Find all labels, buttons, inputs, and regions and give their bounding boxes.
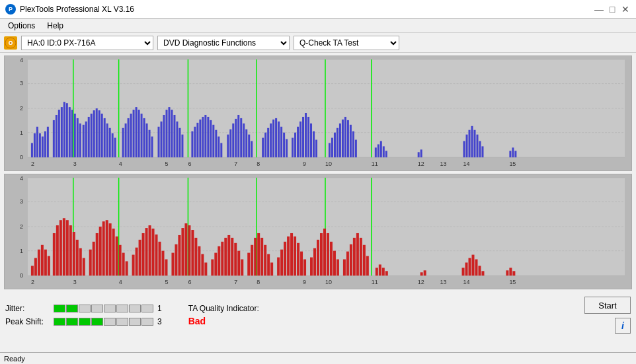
svg-rect-122 xyxy=(347,120,349,157)
svg-rect-71 xyxy=(191,131,193,158)
svg-text:3: 3 xyxy=(73,279,77,285)
start-button[interactable]: Start xyxy=(584,297,631,314)
svg-rect-124 xyxy=(352,131,354,158)
svg-text:14: 14 xyxy=(463,161,470,167)
svg-rect-46 xyxy=(114,138,116,158)
svg-rect-144 xyxy=(514,151,516,157)
svg-rect-247 xyxy=(290,233,293,275)
svg-rect-271 xyxy=(376,268,378,275)
svg-rect-174 xyxy=(41,245,44,275)
svg-rect-82 xyxy=(220,143,222,157)
title-bar-controls: — □ ✕ xyxy=(594,4,631,15)
svg-rect-51 xyxy=(130,114,132,157)
maximize-button[interactable]: □ xyxy=(607,4,617,15)
svg-rect-109 xyxy=(305,113,307,157)
svg-rect-259 xyxy=(330,242,333,275)
drive-selector[interactable]: HA:0 ID:0 PX-716A xyxy=(21,36,153,50)
svg-rect-173 xyxy=(38,250,40,276)
svg-text:7: 7 xyxy=(234,279,237,285)
svg-rect-21 xyxy=(47,127,49,157)
svg-rect-248 xyxy=(294,237,296,275)
svg-rect-195 xyxy=(109,223,112,275)
svg-rect-32 xyxy=(79,124,81,157)
svg-rect-74 xyxy=(199,120,201,157)
svg-rect-106 xyxy=(297,127,299,157)
status-text: Ready xyxy=(4,355,25,363)
svg-rect-221 xyxy=(198,246,200,275)
jitter-progress: 1 xyxy=(54,304,162,313)
drive-icon xyxy=(4,36,17,50)
svg-rect-100 xyxy=(278,122,280,157)
main-content: 0 1 2 3 4 xyxy=(0,53,636,292)
svg-rect-67 xyxy=(176,122,178,157)
info-button[interactable]: i xyxy=(615,318,631,334)
svg-rect-101 xyxy=(280,127,282,157)
svg-rect-226 xyxy=(218,246,220,275)
svg-rect-38 xyxy=(93,110,95,157)
svg-rect-232 xyxy=(237,251,240,276)
svg-rect-192 xyxy=(99,227,102,275)
svg-rect-280 xyxy=(472,255,475,276)
svg-rect-203 xyxy=(139,240,141,275)
svg-rect-257 xyxy=(323,229,326,275)
close-button[interactable]: ✕ xyxy=(620,4,631,15)
test-selector[interactable]: Q-Check TA Test xyxy=(294,36,399,50)
menu-options[interactable]: Options xyxy=(3,20,40,32)
svg-rect-205 xyxy=(145,228,148,275)
svg-rect-56 xyxy=(143,118,145,157)
svg-rect-185 xyxy=(76,240,79,275)
svg-rect-191 xyxy=(96,233,99,275)
svg-rect-197 xyxy=(116,237,118,275)
top-chart: 0 1 2 3 4 xyxy=(4,55,632,171)
svg-rect-251 xyxy=(303,260,306,276)
svg-rect-215 xyxy=(178,235,180,275)
svg-rect-49 xyxy=(125,124,127,157)
svg-rect-92 xyxy=(248,135,250,158)
svg-text:15: 15 xyxy=(509,279,516,285)
svg-rect-110 xyxy=(307,117,309,157)
function-selector[interactable]: DVD Diagnostic Functions xyxy=(157,36,290,50)
jitter-bar-seg-1 xyxy=(54,305,65,312)
svg-text:15: 15 xyxy=(509,161,516,167)
svg-text:6: 6 xyxy=(188,279,191,285)
svg-rect-141 xyxy=(481,146,483,157)
svg-rect-199 xyxy=(122,253,125,276)
svg-rect-22 xyxy=(53,120,55,157)
peak-shift-label: Peak Shift: xyxy=(5,317,48,326)
ta-quality-section: TA Quality Indicator: Bad xyxy=(188,304,259,326)
svg-rect-34 xyxy=(83,125,85,157)
svg-rect-57 xyxy=(146,124,148,157)
svg-rect-15 xyxy=(31,143,33,157)
svg-text:5: 5 xyxy=(165,279,168,285)
svg-rect-204 xyxy=(142,233,145,275)
svg-rect-216 xyxy=(181,228,184,275)
svg-rect-125 xyxy=(355,140,357,158)
svg-rect-138 xyxy=(474,130,476,158)
svg-rect-237 xyxy=(254,238,257,275)
svg-rect-276 xyxy=(424,270,426,275)
svg-rect-23 xyxy=(56,115,58,157)
svg-text:12: 12 xyxy=(418,279,424,285)
svg-rect-137 xyxy=(471,126,473,157)
svg-rect-62 xyxy=(163,115,165,157)
menu-help[interactable]: Help xyxy=(42,20,69,32)
svg-text:9: 9 xyxy=(303,279,306,285)
jitter-bar-seg-3 xyxy=(79,305,91,312)
svg-rect-209 xyxy=(159,242,161,275)
svg-text:2: 2 xyxy=(20,105,23,112)
svg-rect-68 xyxy=(179,128,180,157)
svg-text:13: 13 xyxy=(440,279,447,285)
svg-text:11: 11 xyxy=(372,279,378,285)
svg-rect-179 xyxy=(56,225,59,275)
svg-rect-48 xyxy=(122,128,124,157)
svg-rect-98 xyxy=(272,120,274,157)
svg-rect-214 xyxy=(175,244,177,275)
svg-rect-189 xyxy=(89,250,92,276)
svg-rect-239 xyxy=(260,238,263,275)
minimize-button[interactable]: — xyxy=(594,4,604,15)
svg-rect-253 xyxy=(310,258,313,276)
svg-rect-42 xyxy=(104,118,106,157)
svg-rect-220 xyxy=(194,238,197,275)
svg-rect-235 xyxy=(247,253,250,276)
svg-rect-208 xyxy=(155,235,158,275)
